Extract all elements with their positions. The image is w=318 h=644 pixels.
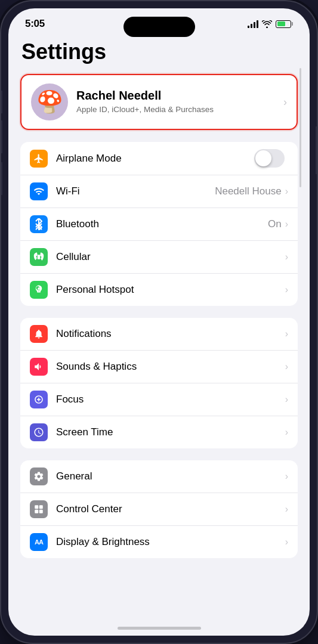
personal-hotspot-icon (30, 281, 48, 299)
sounds-haptics-label: Sounds & Haptics (56, 361, 285, 373)
home-indicator (118, 627, 201, 630)
wifi-item[interactable]: Wi-Fi Needell House › (20, 175, 298, 208)
focus-chevron: › (285, 394, 288, 405)
sounds-haptics-chevron: › (285, 361, 288, 372)
profile-name: Rachel Needell (76, 89, 283, 103)
svg-rect-2 (35, 505, 38, 509)
bluetooth-item[interactable]: Bluetooth On › (20, 208, 298, 241)
personal-hotspot-chevron: › (285, 284, 288, 295)
notifications-icon (30, 325, 48, 343)
scrollbar[interactable] (300, 68, 301, 187)
airplane-mode-item[interactable]: Airplane Mode (20, 142, 298, 175)
status-time: 5:05 (25, 18, 45, 30)
airplane-mode-icon (30, 150, 48, 168)
status-icons (248, 20, 293, 28)
connectivity-group: Airplane Mode Wi-Fi Needell House › (20, 142, 298, 306)
screen-time-icon (30, 423, 48, 441)
personal-hotspot-label: Personal Hotspot (56, 284, 285, 296)
wifi-icon (30, 182, 48, 200)
airplane-mode-toggle[interactable] (254, 149, 285, 168)
phone-screen: 5:05 (8, 8, 310, 636)
volume-down-button[interactable] (0, 162, 2, 195)
power-button[interactable] (316, 126, 318, 174)
sounds-icon (30, 358, 48, 376)
bluetooth-label: Bluetooth (56, 218, 268, 230)
bluetooth-icon (30, 215, 48, 233)
airplane-mode-label: Airplane Mode (56, 153, 254, 165)
bluetooth-value: On (268, 218, 282, 230)
notifications-label: Notifications (56, 328, 285, 340)
wifi-value: Needell House (215, 185, 282, 197)
general-chevron: › (285, 471, 288, 482)
screen-time-label: Screen Time (56, 426, 285, 438)
focus-item[interactable]: Focus › (20, 383, 298, 416)
display-brightness-item[interactable]: AA Display & Brightness › (20, 526, 298, 558)
display-brightness-chevron: › (285, 537, 288, 547)
notifications-chevron: › (285, 329, 288, 339)
screen-time-item[interactable]: Screen Time › (20, 416, 298, 448)
sounds-haptics-item[interactable]: Sounds & Haptics › (20, 351, 298, 383)
svg-point-1 (38, 287, 40, 290)
svg-rect-3 (39, 505, 43, 509)
cellular-chevron: › (285, 252, 288, 262)
notifications-item[interactable]: Notifications › (20, 318, 298, 351)
profile-card[interactable]: 🍄 Rachel Needell Apple ID, iCloud+, Medi… (20, 74, 298, 130)
profile-chevron: › (283, 96, 287, 109)
control-center-chevron: › (285, 504, 288, 515)
personal-hotspot-item[interactable]: Personal Hotspot › (20, 274, 298, 306)
svg-rect-4 (35, 510, 38, 513)
general-group: General › Control Center › (20, 460, 298, 558)
page-title: Settings (20, 39, 298, 64)
battery-icon (276, 20, 293, 28)
wifi-label: Wi-Fi (56, 185, 215, 197)
signal-icon (248, 20, 258, 28)
wifi-chevron: › (285, 186, 288, 197)
notifications-group: Notifications › Sounds & Haptics › (20, 318, 298, 448)
profile-info: Rachel Needell Apple ID, iCloud+, Media … (76, 89, 283, 115)
control-center-label: Control Center (56, 503, 285, 515)
control-center-item[interactable]: Control Center › (20, 493, 298, 526)
general-icon (30, 467, 48, 485)
screen-time-chevron: › (285, 427, 288, 438)
profile-subtitle: Apple ID, iCloud+, Media & Purchases (76, 104, 283, 115)
focus-icon (30, 391, 48, 408)
cellular-item[interactable]: Cellular › (20, 241, 298, 274)
display-brightness-icon: AA (30, 533, 48, 551)
display-brightness-label: Display & Brightness (56, 536, 285, 548)
volume-up-button[interactable] (0, 120, 2, 153)
settings-content: Settings 🍄 Rachel Needell Apple ID, iClo… (8, 35, 310, 626)
wifi-status-icon (262, 20, 272, 28)
svg-rect-0 (38, 255, 41, 259)
mute-button[interactable] (0, 91, 2, 113)
phone-frame: 5:05 (0, 0, 318, 644)
general-item[interactable]: General › (20, 460, 298, 493)
dynamic-island (124, 17, 195, 37)
cellular-label: Cellular (56, 251, 285, 263)
focus-label: Focus (56, 394, 285, 405)
avatar-emoji: 🍄 (36, 89, 63, 114)
avatar: 🍄 (31, 83, 68, 120)
general-label: General (56, 470, 285, 482)
bluetooth-chevron: › (285, 219, 288, 230)
cellular-icon (30, 248, 48, 266)
control-center-icon (30, 500, 48, 518)
svg-rect-5 (39, 510, 43, 513)
